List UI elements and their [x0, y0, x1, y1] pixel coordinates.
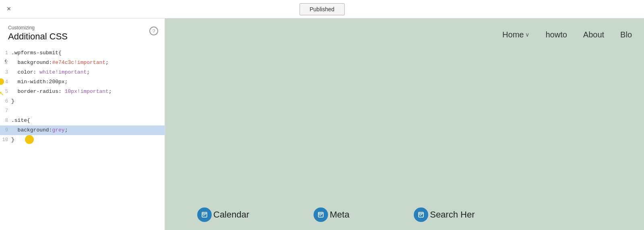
line-number-9: 9 — [0, 126, 11, 135]
line-number-8: 8 — [0, 116, 11, 125]
line-number-5: 5 — [0, 87, 11, 96]
sidebar: Customizing Additional CSS ? ‹ 1 .wpform… — [0, 18, 165, 230]
line-content-10: } — [11, 136, 165, 144]
home-nav-label: Home — [502, 30, 524, 39]
css-code-editor[interactable]: 1 .wpforms-submit{ 2 background:#e74c3c!… — [0, 45, 165, 230]
additional-css-title: Additional CSS — [8, 31, 68, 42]
line-number-10: 10 — [0, 136, 11, 144]
search-widget-label: Search Her — [430, 209, 475, 220]
code-line-3: 3 color: white!important; — [0, 68, 165, 77]
line-content-9: background:grey; — [11, 126, 165, 135]
published-button[interactable]: Published — [299, 3, 345, 15]
widget-meta[interactable]: Meta — [281, 207, 382, 222]
blo-nav-label: Blo — [620, 30, 632, 39]
home-chevron-icon: ∨ — [525, 31, 529, 38]
code-line-7: 7 — [0, 106, 165, 116]
preview-area: Home ∨ howto About Blo — [165, 18, 644, 230]
code-line-9: 9 background:grey; — [0, 125, 165, 135]
meta-widget-icon — [314, 207, 328, 222]
line-number-6: 6 — [0, 97, 11, 106]
top-bar: × Published — [0, 0, 644, 18]
widget-bar: Calendar Meta Search Her — [165, 207, 644, 222]
code-line-4: 4 min-width:200px; — [0, 77, 165, 87]
code-line-5: 5 border-radius: 10px!important; ↖ — [0, 87, 165, 97]
line-number-1: 1 — [0, 49, 11, 58]
line-number-7: 7 — [0, 107, 11, 115]
customizing-label: Customizing — [8, 25, 68, 31]
line-content-1: .wpforms-submit{ — [11, 49, 165, 58]
close-button[interactable]: × — [3, 4, 14, 15]
line-content-4: min-width:200px; — [11, 78, 165, 86]
line-content-8: .site{ — [11, 116, 165, 125]
preview-navbar: Home ∨ howto About Blo — [165, 18, 644, 51]
line-number-3: 3 — [0, 68, 11, 77]
calendar-widget-label: Calendar — [213, 209, 249, 220]
help-button[interactable]: ? — [149, 27, 158, 35]
published-container: Published — [299, 3, 345, 15]
line-content-2: background:#e74c3c!important; — [11, 58, 165, 67]
code-line-8: 8 .site{ — [0, 116, 165, 125]
line-content-5: border-radius: 10px!important; — [11, 87, 165, 96]
yellow-dot-line10 — [25, 135, 34, 144]
nav-item-home[interactable]: Home ∨ — [494, 26, 537, 43]
meta-widget-label: Meta — [330, 209, 349, 220]
nav-item-howto[interactable]: howto — [537, 26, 575, 43]
code-line-1: 1 .wpforms-submit{ — [0, 48, 165, 58]
about-nav-label: About — [583, 30, 604, 39]
code-line-6: 6 } — [0, 97, 165, 106]
search-widget-icon — [414, 207, 428, 222]
widget-search[interactable]: Search Her — [382, 207, 507, 222]
sidebar-header: Customizing Additional CSS ? — [0, 18, 165, 45]
main-content: Customizing Additional CSS ? ‹ 1 .wpform… — [0, 18, 644, 230]
line-content-6: } — [11, 97, 165, 106]
sidebar-title-block: Customizing Additional CSS — [8, 25, 68, 42]
line-number-2: 2 — [0, 58, 11, 67]
widget-calendar[interactable]: Calendar — [165, 207, 281, 222]
nav-item-about[interactable]: About — [575, 26, 612, 43]
line-content-3: color: white!important; — [11, 68, 165, 77]
code-line-10: 10 } — [0, 135, 165, 145]
calendar-widget-icon — [197, 207, 212, 222]
nav-item-blo[interactable]: Blo — [612, 26, 636, 43]
code-line-2: 2 background:#e74c3c!important; — [0, 58, 165, 68]
howto-nav-label: howto — [545, 30, 567, 39]
close-icon: × — [7, 5, 11, 13]
